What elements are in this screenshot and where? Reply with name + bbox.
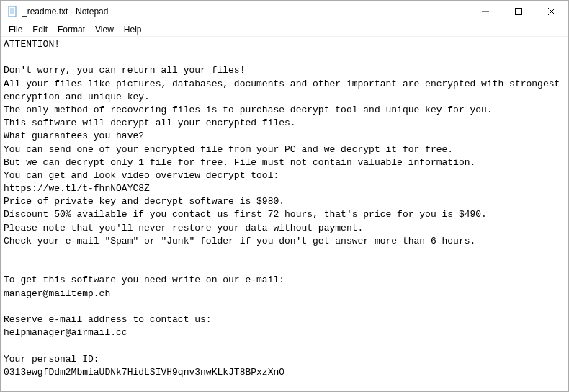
menu-format[interactable]: Format xyxy=(53,24,90,35)
menu-view[interactable]: View xyxy=(90,24,119,35)
menu-file[interactable]: File xyxy=(4,24,27,35)
text-area[interactable]: ATTENTION! Don't worry, you can return a… xyxy=(1,37,568,391)
window-title: _readme.txt - Notepad xyxy=(22,6,469,17)
menu-help[interactable]: Help xyxy=(119,24,147,35)
menubar: File Edit Format View Help xyxy=(1,22,568,37)
notepad-icon xyxy=(6,6,18,17)
minimize-button[interactable] xyxy=(469,1,502,22)
menu-edit[interactable]: Edit xyxy=(27,24,53,35)
svg-rect-6 xyxy=(516,8,522,14)
notepad-window: _readme.txt - Notepad File Edit Format V… xyxy=(0,0,569,392)
titlebar: _readme.txt - Notepad xyxy=(1,1,568,22)
window-controls xyxy=(469,1,568,22)
close-button[interactable] xyxy=(535,1,568,22)
maximize-button[interactable] xyxy=(502,1,535,22)
